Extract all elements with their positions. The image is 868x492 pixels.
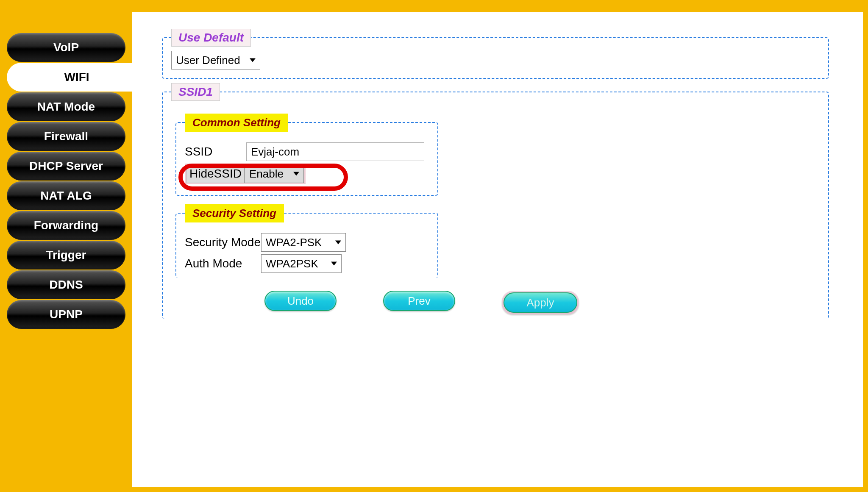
hide-ssid-select[interactable]: Enable: [245, 164, 304, 183]
label-auth-mode: Auth Mode: [185, 257, 261, 270]
sidebar: VoIP WIFI NAT Mode Firewall DHCP Server …: [5, 12, 132, 487]
chevron-down-icon: [331, 262, 337, 266]
sidebar-item-label: DDNS: [49, 278, 83, 292]
label-hide-ssid: HideSSID: [186, 164, 245, 183]
main-area: VoIP WIFI NAT Mode Firewall DHCP Server …: [5, 12, 863, 487]
button-bar: Undo Prev Apply: [264, 291, 820, 314]
sidebar-item-label: WIFI: [64, 70, 89, 84]
row-auth-mode: Auth Mode WPA2PSK: [185, 254, 429, 273]
chevron-down-icon: [293, 172, 299, 176]
label-ssid: SSID: [185, 145, 246, 158]
profile-select[interactable]: User Defined: [171, 51, 260, 69]
apply-button[interactable]: Apply: [502, 291, 579, 314]
sidebar-item-dhcp-server[interactable]: DHCP Server: [7, 152, 125, 181]
hide-ssid-value: Enable: [249, 167, 284, 181]
undo-button-label: Undo: [287, 295, 314, 308]
content-panel: Use Default User Defined SSID1 Common Se…: [132, 12, 863, 487]
legend-security-setting: Security Setting: [185, 204, 284, 222]
row-hide-ssid: HideSSID Enable: [185, 164, 429, 184]
sidebar-item-label: VoIP: [53, 41, 79, 54]
prev-button-label: Prev: [408, 295, 430, 308]
legend-use-default: Use Default: [171, 29, 251, 47]
chevron-down-icon: [335, 241, 341, 245]
sidebar-item-label: DHCP Server: [29, 159, 103, 173]
row-ssid: SSID: [185, 142, 429, 161]
undo-button[interactable]: Undo: [264, 291, 337, 311]
sidebar-item-label: Firewall: [44, 130, 88, 143]
apply-button-label: Apply: [526, 296, 554, 309]
top-gold-bar: [5, 0, 863, 12]
sidebar-item-label: NAT ALG: [40, 189, 92, 203]
auth-mode-value: WPA2PSK: [266, 257, 318, 270]
legend-common-setting: Common Setting: [185, 114, 288, 132]
sidebar-item-nat-mode[interactable]: NAT Mode: [7, 92, 125, 121]
sidebar-item-trigger[interactable]: Trigger: [7, 241, 125, 270]
row-security-mode: Security Mode WPA2-PSK: [185, 233, 429, 252]
security-mode-select[interactable]: WPA2-PSK: [261, 233, 346, 252]
fieldset-security-setting: Security Setting Security Mode WPA2-PSK …: [175, 213, 438, 278]
fieldset-common-setting: Common Setting SSID HideSSID Enable: [175, 122, 438, 196]
prev-button[interactable]: Prev: [383, 291, 455, 311]
sidebar-item-nat-alg[interactable]: NAT ALG: [7, 181, 125, 210]
ssid-input[interactable]: [246, 142, 424, 161]
sidebar-item-forwarding[interactable]: Forwarding: [7, 211, 125, 240]
sidebar-item-label: UPNP: [50, 308, 83, 321]
fieldset-ssid1: SSID1 Common Setting SSID HideSSID Enabl…: [162, 92, 829, 319]
sidebar-item-wifi[interactable]: WIFI: [7, 63, 147, 92]
sidebar-item-upnp[interactable]: UPNP: [7, 300, 125, 329]
sidebar-item-label: Forwarding: [34, 219, 98, 232]
sidebar-item-label: NAT Mode: [37, 100, 95, 114]
legend-ssid1: SSID1: [171, 83, 220, 101]
sidebar-item-ddns[interactable]: DDNS: [7, 270, 125, 299]
profile-select-value: User Defined: [176, 54, 240, 67]
label-security-mode: Security Mode: [185, 236, 261, 249]
sidebar-item-voip[interactable]: VoIP: [7, 33, 125, 62]
fieldset-use-default: Use Default User Defined: [162, 37, 829, 79]
app-frame: VoIP WIFI NAT Mode Firewall DHCP Server …: [0, 0, 868, 492]
sidebar-item-label: Trigger: [46, 248, 86, 262]
auth-mode-select[interactable]: WPA2PSK: [261, 254, 342, 273]
chevron-down-icon: [250, 58, 256, 62]
security-mode-value: WPA2-PSK: [266, 236, 322, 249]
sidebar-item-firewall[interactable]: Firewall: [7, 122, 125, 151]
